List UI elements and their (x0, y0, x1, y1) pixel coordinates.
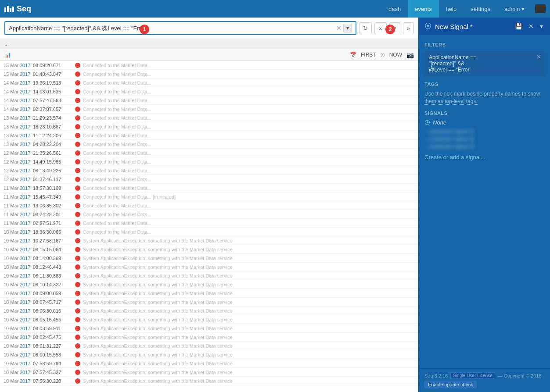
event-year: 2017 (20, 238, 33, 243)
signal-none-item[interactable]: ⦿ None (424, 119, 545, 126)
event-date: 10 Mar (0, 361, 20, 366)
nav-admin[interactable]: admin ▾ (497, 0, 532, 18)
table-row[interactable]: 10 Mar 2017 08:03:59.911 System.Applicat… (0, 324, 418, 333)
table-row[interactable]: 15 Mar 2017 01:40:43.847 Connected to th… (0, 70, 418, 78)
table-row[interactable]: 10 Mar 2017 08:00:15.558 System.Applicat… (0, 350, 418, 359)
license-badge: Single-User License (450, 372, 495, 379)
nav-help[interactable]: help (439, 0, 464, 18)
table-row[interactable]: 13 Mar 2017 16:28:10.667 Connected to th… (0, 122, 418, 131)
snapshot-icon[interactable]: 📷 (406, 51, 414, 58)
event-year: 2017 (20, 370, 33, 375)
signal-dropdown-button[interactable]: ▾ (538, 22, 545, 31)
table-row[interactable]: 14 Mar 2017 02:37:07.657 Connected to th… (0, 105, 418, 114)
logo-bar-4 (12, 7, 14, 12)
table-row[interactable]: 10 Mar 2017 07:57:45.327 System.Applicat… (0, 368, 418, 377)
table-row[interactable]: 12 Mar 2017 14:49:15.985 Connected to th… (0, 157, 418, 166)
event-level-indicator (75, 229, 80, 235)
table-row[interactable]: 10 Mar 2017 08:02:45.475 System.Applicat… (0, 333, 418, 342)
table-row[interactable]: 10 Mar 2017 08:07:45.717 System.Applicat… (0, 298, 418, 306)
event-year: 2017 (20, 335, 33, 340)
chart-icon[interactable]: 📊 (4, 52, 11, 58)
table-row[interactable]: 11 Mar 2017 15:45:47.349 Connected to th… (0, 192, 418, 201)
table-row[interactable]: 12 Mar 2017 21:35:26.561 Connected to th… (0, 149, 418, 157)
event-year: 2017 (20, 256, 33, 261)
first-label[interactable]: FIRST (361, 52, 376, 58)
create-signal-link[interactable]: Create or add a signal... (424, 154, 545, 160)
table-row[interactable]: 11 Mar 2017 08:24:29.301 Connected to th… (0, 210, 418, 219)
table-row[interactable]: 10 Mar 2017 08:12:46.443 System.Applicat… (0, 263, 418, 271)
signal-item-2[interactable]: [redacted signal 2] (424, 136, 545, 142)
event-level-indicator (75, 326, 80, 331)
table-row[interactable]: 10 Mar 2017 07:56:30.220 System.Applicat… (0, 377, 418, 385)
event-message: Connected to the Market Data... (83, 168, 418, 173)
event-level-indicator (75, 98, 80, 103)
event-message: System.ApplicationException: something w… (83, 335, 418, 340)
event-time: 08:12:46.443 (33, 264, 72, 270)
save-signal-button[interactable]: 💾 (513, 22, 524, 31)
event-year: 2017 (20, 378, 33, 384)
table-row[interactable]: 10 Mar 2017 10:27:58.167 System.Applicat… (0, 236, 418, 245)
table-row[interactable]: 15 Mar 2017 08:09:20.671 Connected to th… (0, 61, 418, 70)
table-row[interactable]: 10 Mar 2017 08:15:15.064 System.Applicat… (0, 245, 418, 254)
sub-dots: ... (4, 41, 9, 47)
table-row[interactable]: 10 Mar 2017 08:05:16.456 System.Applicat… (0, 315, 418, 324)
event-level-indicator (75, 317, 80, 322)
event-level-indicator (75, 291, 80, 296)
table-row[interactable]: 13 Mar 2017 21:29:23.574 Connected to th… (0, 114, 418, 122)
table-row[interactable]: 12 Mar 2017 01:37:46.117 Connected to th… (0, 175, 418, 184)
table-row[interactable]: 10 Mar 2017 08:14:00.269 System.Applicat… (0, 254, 418, 263)
table-row[interactable]: 10 Mar 2017 08:06:30.016 System.Applicat… (0, 306, 418, 315)
signal-actions: 💾 ✕ ▾ (513, 22, 545, 31)
query-input[interactable] (9, 25, 336, 32)
refresh-button[interactable]: ↻ (359, 22, 372, 34)
table-row[interactable]: 10 Mar 2017 18:36:30.065 Connected to th… (0, 228, 418, 236)
table-row[interactable]: 11 Mar 2017 13:06:35.302 Connected to th… (0, 201, 418, 210)
nav-dash[interactable]: dash (381, 0, 408, 18)
event-date: 12 Mar (0, 168, 20, 173)
close-signal-button[interactable]: ✕ (527, 22, 536, 31)
table-row[interactable]: 13 Mar 2017 04:28:22.204 Connected to th… (0, 140, 418, 149)
query-input-wrapper[interactable]: ✕ ▾ (4, 21, 356, 35)
event-message: Connected to the Market Data... (83, 124, 418, 129)
table-row[interactable]: 10 Mar 2017 08:11:30.883 System.Applicat… (0, 271, 418, 280)
now-label[interactable]: NOW (389, 52, 402, 58)
event-time: 08:15:15.064 (33, 247, 72, 252)
tail-button[interactable]: ∞ (374, 22, 386, 34)
clear-icon[interactable]: ✕ (336, 25, 342, 32)
event-time: 02:37:07.657 (33, 107, 72, 112)
signal-title: New Signal * (435, 23, 510, 30)
event-level-indicator (75, 159, 80, 164)
expand-button[interactable]: » (403, 22, 414, 34)
table-row[interactable]: 13 Mar 2017 11:12:24.206 Connected to th… (0, 131, 418, 140)
table-row[interactable]: 14 Mar 2017 14:08:01.636 Connected to th… (0, 87, 418, 96)
nav-settings[interactable]: settings (464, 0, 497, 18)
table-row[interactable]: 14 Mar 2017 19:36:19.513 Connected to th… (0, 78, 418, 87)
event-date: 10 Mar (0, 229, 20, 235)
event-time: 08:05:16.456 (33, 317, 72, 322)
event-year: 2017 (20, 115, 33, 121)
table-row[interactable]: 10 Mar 2017 08:09:00.059 System.Applicat… (0, 289, 418, 298)
table-row[interactable]: 10 Mar 2017 08:10:14.322 System.Applicat… (0, 280, 418, 289)
event-message: Connected to the Market Data... (83, 71, 418, 77)
filter-close-button[interactable]: ✕ (536, 53, 541, 60)
nav-events[interactable]: events (408, 0, 439, 18)
signal-item-1[interactable]: [redacted signal 1] (424, 128, 545, 135)
event-level-indicator (75, 107, 80, 112)
enable-update-check-button[interactable]: Enable update check (424, 381, 477, 388)
event-message: System.ApplicationException: something w… (83, 352, 418, 357)
event-time: 08:24:29.301 (33, 212, 72, 217)
events-list[interactable]: 15 Mar 2017 08:09:20.671 Connected to th… (0, 61, 418, 392)
table-row[interactable]: 12 Mar 2017 08:13:49.226 Connected to th… (0, 166, 418, 175)
table-row[interactable]: 10 Mar 2017 07:58:59.794 System.Applicat… (0, 359, 418, 368)
table-row[interactable]: 10 Mar 2017 08:01:31.227 System.Applicat… (0, 342, 418, 350)
event-time: 04:28:22.204 (33, 142, 72, 147)
table-row[interactable]: 11 Mar 2017 02:27:51.971 Connected to th… (0, 219, 418, 228)
signal-item-3[interactable]: [redacted signal 3] (424, 143, 545, 150)
signal-body: FILTERS ApplicationName == "[redacted]" … (419, 35, 550, 368)
event-date: 10 Mar (0, 343, 20, 349)
event-message: Connected to the Market Data... (83, 98, 418, 103)
query-dropdown-btn[interactable]: ▾ (343, 24, 352, 32)
table-row[interactable]: 14 Mar 2017 07:57:47.563 Connected to th… (0, 96, 418, 105)
table-row[interactable]: 11 Mar 2017 18:57:38.109 Connected to th… (0, 184, 418, 192)
event-year: 2017 (20, 98, 33, 103)
